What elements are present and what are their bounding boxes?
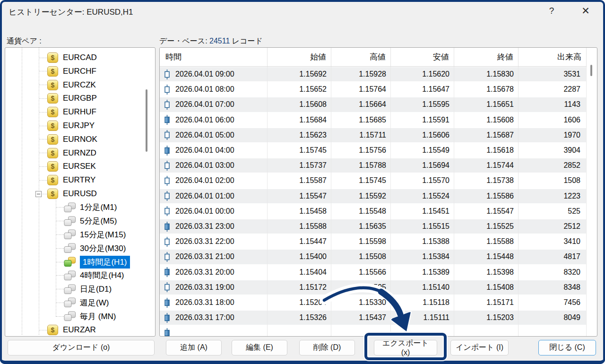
table-row[interactable]: 2026.03.31 20:001.154041.155661.153891.1… [160,265,587,280]
table-row[interactable]: 2026.03.31 23:001.155881.156351.155151.1… [160,219,587,234]
collapse-minus-icon[interactable] [35,191,42,197]
table-row[interactable]: 2026.04.01 08:001.156521.157641.156471.1… [160,82,587,97]
table-row[interactable]: 2026.04.01 01:001.155471.155921.155241.1… [160,189,587,204]
cell-low: 1.15388 [391,234,454,249]
tree-item-label: 5分足(M5) [80,216,117,226]
help-icon[interactable]: ? [544,4,559,18]
edit-button[interactable]: 編集 (E) [232,340,287,355]
tree-connector [39,112,47,113]
tree-item-eurnzd[interactable]: $EURNZD [5,146,155,160]
table-row[interactable]: 2026.03.31 21:001.154001.155081.153841.1… [160,249,587,264]
tree-connector [39,126,47,126]
cell-open: 1.15547 [268,189,331,204]
tree-item-label: EURNZD [63,148,96,158]
record-count: 24511 [209,37,230,45]
tree-scrollbar[interactable] [146,89,147,152]
table-row[interactable]: 2026.04.01 00:001.154581.155481.154511.1… [160,204,587,219]
column-header-2[interactable]: 高値 [331,48,391,66]
tree-item-d1[interactable]: 日足(D1) [5,282,155,296]
cell-high: 1.15685 [331,113,391,128]
cell-time: 2026.04.01 00:00 [160,204,268,219]
tree-item-eurcad[interactable]: $EURCAD [5,51,155,65]
tree-item-15m15[interactable]: 15分足(M15) [5,228,155,242]
tree-item-label: 4時間足(H4) [80,270,124,281]
cell-high: 1.15330 [331,295,391,310]
tree-item-eurtry[interactable]: $EURTRY [5,173,155,187]
dollar-icon: $ [47,134,58,145]
tree-item-eurchf[interactable]: $EURCHF [5,64,155,78]
cell-time: 2026.03.31 20:00 [160,265,268,280]
tree-item-eurhuf[interactable]: $EURHUF [5,105,155,119]
table-row[interactable]: 2026.04.01 04:001.157451.157561.155491.1… [160,143,587,158]
table-row[interactable]: 2026.04.01 06:001.156841.156851.155911.1… [160,113,587,128]
dollar-icon: $ [47,93,58,104]
cell-low: 1.15515 [391,219,454,234]
tree-item-30m30[interactable]: 30分足(M30) [5,242,155,255]
column-header-4[interactable]: 終値 [454,48,519,66]
cell-volume: 1970 [519,128,587,143]
tree-item-eursek[interactable]: $EURSEK [5,160,155,173]
column-header-5[interactable]: 出来高 [519,48,587,66]
cell-time: 2026.04.01 03:00 [160,158,268,173]
cell-close: 1.15651 [454,97,519,112]
close-icon[interactable]: ✕ [579,4,593,18]
tree-item-label: EURCHF [63,67,96,76]
tree-item-eurusd[interactable]: $EURUSD [5,187,155,201]
tree-item-eurczk[interactable]: $EURCZK [5,78,155,92]
cell-time [160,325,268,337]
tree-item-1m1[interactable]: 1分足(M1) [5,200,155,214]
tree-item-eurjpy[interactable]: $EURJPY [5,119,155,133]
tree-connector [56,248,64,249]
cell-close: 1.15448 [454,249,519,264]
cell-high: 1.15592 [331,189,391,204]
table-row[interactable]: 2026.04.01 02:001.155871.157451.155701.1… [160,173,587,188]
tree-item-eurzar[interactable]: $EURZAR [5,323,155,337]
cell-open: 1.15587 [268,173,331,188]
tree-item-label: EURUSD [63,189,97,199]
cell-open: 1.15623 [268,128,331,143]
import-button[interactable]: インポート (I) [450,340,509,355]
database-label-prefix: デー・ベース: [159,37,207,45]
tree-item-4h4[interactable]: 4時間足(H4) [5,269,155,282]
cell-open: 1.15204 [268,295,331,310]
add-button[interactable]: 追加 (A) [166,340,222,355]
table-scrollbar[interactable] [590,65,592,76]
export-button[interactable]: エクスポート (x) [374,340,437,355]
table-row[interactable]: 2026.03.31 18:001.152041.153301.151181.1… [160,295,587,310]
cell-high: 1.15566 [331,265,391,280]
cell-open: 1.15692 [268,67,331,82]
cell-time: 2026.04.01 01:00 [160,189,268,204]
column-header-1[interactable]: 始値 [268,48,331,66]
close-dialog-button[interactable]: 閉じる (C) [538,340,596,355]
tree-item-eurnok[interactable]: $EURNOK [5,132,155,146]
column-header-0[interactable]: 時間 [160,48,268,66]
download-button[interactable]: ダウンロード (o) [8,340,155,355]
tree-item-mn[interactable]: 毎月 (MN) [5,310,155,323]
table-row[interactable]: 2026.04.01 09:001.156921.159281.156201.1… [160,67,587,82]
table-row[interactable]: 2026.03.31 19:001.151721.155951.151401.1… [160,280,587,295]
table-row[interactable]: 2026.04.01 07:001.156081.156641.155951.1… [160,97,587,112]
tree-item-label: 日足(D1) [80,284,112,295]
table-row[interactable]: 2026.04.01 05:001.156231.157111.156061.1… [160,128,587,143]
table-row[interactable] [160,325,587,337]
tree-item-1h1[interactable]: 1時間足(H1) [5,255,155,269]
tree-item-label: 15分足(M15) [80,229,126,240]
cell-volume: 8320 [519,265,587,280]
table-row[interactable]: 2026.04.01 03:001.157371.157881.156941.1… [160,158,587,173]
dollar-icon: $ [47,175,58,185]
cell-volume: 2512 [519,219,587,234]
cell-close [454,325,519,337]
column-header-3[interactable]: 安値 [391,48,454,66]
table-header-row: 時間始値高値安値終値出来高 [160,48,587,67]
cell-open: 1.15172 [268,280,331,295]
tree-item-eurgbp[interactable]: $EURGBP [5,92,155,105]
tree-item-5m5[interactable]: 5分足(M5) [5,214,155,228]
symbol-tree-panel: $EURCAD$EURCHF$EURCZK$EURGBP$EURHUF$EURJ… [5,47,156,337]
tree-connector [39,71,47,71]
table-row[interactable]: 2026.03.31 17:001.153261.154371.151111.1… [160,310,587,325]
tree-item-w[interactable]: 週足(W) [5,296,155,310]
cell-close: 1.15687 [454,128,519,143]
table-row[interactable]: 2026.03.31 22:001.154471.155981.153881.1… [160,234,587,249]
delete-button[interactable]: 削除 (D) [299,340,355,355]
cell-low: 1.15647 [391,82,454,97]
